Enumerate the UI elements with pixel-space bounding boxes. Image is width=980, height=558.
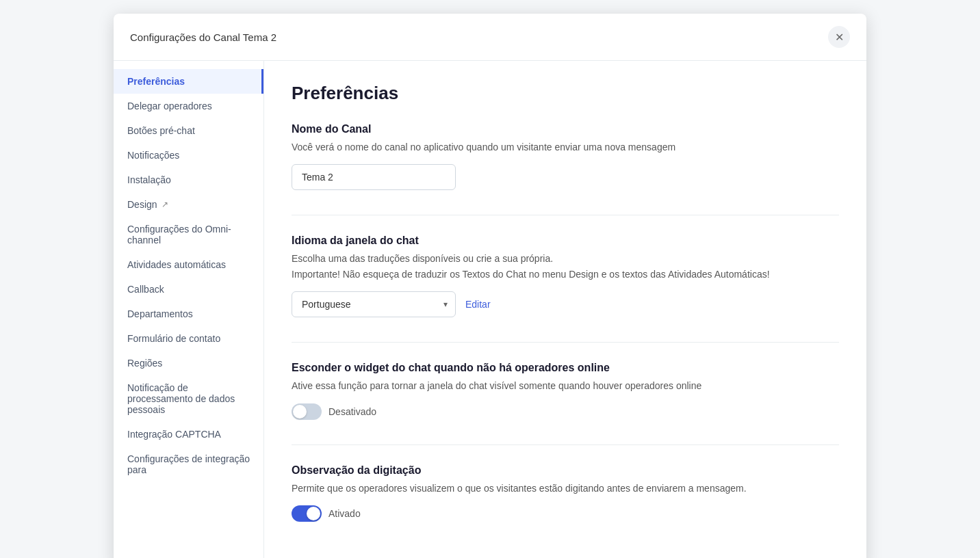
modal-body: PreferênciasDelegar operadoresBotões pré… <box>114 61 866 558</box>
sidebar-item-callback[interactable]: Callback <box>114 277 263 302</box>
section-idioma: Idioma da janela do chat Escolha uma das… <box>292 235 839 317</box>
divider-2 <box>292 342 839 343</box>
sidebar-item-atividades-automaticas[interactable]: Atividades automáticas <box>114 252 263 277</box>
observacao-digitacao-desc: Permite que os operadores visualizem o q… <box>292 481 839 496</box>
close-icon: ✕ <box>835 31 844 44</box>
observacao-digitacao-toggle-label: Ativado <box>328 508 361 519</box>
sidebar-item-instalacao[interactable]: Instalação <box>114 168 263 192</box>
esconder-widget-toggle-row: Desativado <box>292 403 839 420</box>
observacao-digitacao-toggle-row: Ativado <box>292 505 839 522</box>
nome-canal-desc: Você verá o nome do canal no aplicativo … <box>292 140 839 155</box>
sidebar: PreferênciasDelegar operadoresBotões pré… <box>114 61 264 558</box>
nome-canal-title: Nome do Canal <box>292 123 839 135</box>
sidebar-item-notificacao-processamento[interactable]: Notificação de processamento de dados pe… <box>114 375 263 422</box>
sidebar-item-botoes-pre-chat[interactable]: Botões pré-chat <box>114 118 263 143</box>
close-button[interactable]: ✕ <box>828 26 850 48</box>
idioma-select-row: PortugueseEnglishSpanishFrenchGerman ▾ E… <box>292 291 839 317</box>
modal-title: Configurações do Canal Tema 2 <box>130 31 276 43</box>
idioma-desc: Escolha uma das traduções disponíveis ou… <box>292 251 839 282</box>
sidebar-item-delegar-operadores[interactable]: Delegar operadores <box>114 94 263 118</box>
idioma-select[interactable]: PortugueseEnglishSpanishFrenchGerman <box>292 291 456 317</box>
sidebar-item-regioes[interactable]: Regiões <box>114 351 263 375</box>
sidebar-item-configuracoes-omni-channel[interactable]: Configurações do Omni-channel <box>114 217 263 252</box>
modal: Configurações do Canal Tema 2 ✕ Preferên… <box>114 14 866 558</box>
sidebar-item-formulario-de-contato[interactable]: Formulário de contato <box>114 326 263 351</box>
section-nome-canal: Nome do Canal Você verá o nome do canal … <box>292 123 839 190</box>
idioma-desc-line1: Escolha uma das traduções disponíveis ou… <box>292 253 553 264</box>
divider-1 <box>292 215 839 215</box>
sidebar-item-design[interactable]: Design↗ <box>114 192 263 217</box>
section-esconder-widget: Esconder o widget do chat quando não há … <box>292 362 839 419</box>
divider-3 <box>292 444 839 445</box>
section-observacao-digitacao: Observação da digitação Permite que os o… <box>292 464 839 522</box>
esconder-widget-toggle-label: Desativado <box>328 406 376 417</box>
page-title: Preferências <box>292 83 839 104</box>
idioma-desc-line2: Importante! Não esqueça de traduzir os T… <box>292 269 770 280</box>
sidebar-item-notificacoes[interactable]: Notificações <box>114 143 263 168</box>
toggle-knob <box>293 405 307 418</box>
esconder-widget-title: Esconder o widget do chat quando não há … <box>292 362 839 374</box>
esconder-widget-toggle[interactable] <box>292 403 322 420</box>
toggle-knob-2 <box>307 507 320 520</box>
sidebar-item-configuracoes-integracao[interactable]: Configurações de integração para <box>114 447 263 482</box>
external-link-icon: ↗ <box>162 200 168 209</box>
nome-canal-input[interactable] <box>292 164 456 190</box>
sidebar-item-integracao-captcha[interactable]: Integração CAPTCHA <box>114 422 263 447</box>
main-content: Preferências Nome do Canal Você verá o n… <box>264 61 866 558</box>
sidebar-item-preferencias[interactable]: Preferências <box>114 69 263 94</box>
esconder-widget-desc: Ative essa função para tornar a janela d… <box>292 378 839 393</box>
idioma-title: Idioma da janela do chat <box>292 235 839 247</box>
observacao-digitacao-title: Observação da digitação <box>292 464 839 477</box>
modal-header: Configurações do Canal Tema 2 ✕ <box>114 14 866 61</box>
observacao-digitacao-toggle[interactable] <box>292 505 322 522</box>
edit-link[interactable]: Editar <box>465 299 491 310</box>
sidebar-item-departamentos[interactable]: Departamentos <box>114 302 263 326</box>
idioma-select-wrapper: PortugueseEnglishSpanishFrenchGerman ▾ <box>292 291 456 317</box>
